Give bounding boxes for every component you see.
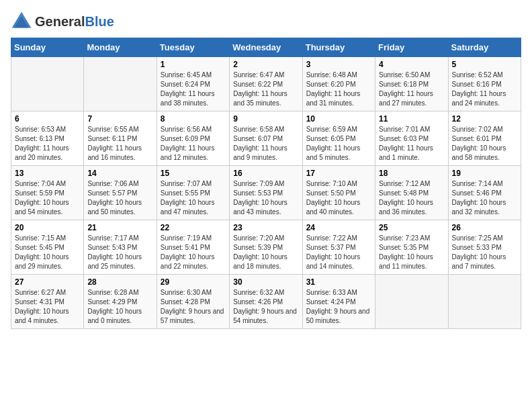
day-number: 4 (379, 60, 444, 69)
page-header: GeneralBlue (11, 11, 521, 32)
day-number: 10 (306, 114, 371, 124)
day-number: 6 (15, 114, 80, 124)
calendar-week-row: 27Sunrise: 6:27 AM Sunset: 4:31 PM Dayli… (11, 275, 521, 329)
calendar-cell: 27Sunrise: 6:27 AM Sunset: 4:31 PM Dayli… (11, 275, 84, 329)
calendar-cell: 15Sunrise: 7:07 AM Sunset: 5:55 PM Dayli… (157, 166, 229, 220)
calendar-cell: 10Sunrise: 6:59 AM Sunset: 6:05 PM Dayli… (302, 111, 375, 166)
calendar-cell: 4Sunrise: 6:50 AM Sunset: 6:18 PM Daylig… (375, 57, 448, 111)
day-number: 21 (87, 223, 152, 232)
day-info: Sunrise: 6:59 AM Sunset: 6:05 PM Dayligh… (306, 125, 371, 163)
day-number: 9 (233, 114, 298, 124)
calendar-cell (448, 275, 521, 329)
calendar-cell (84, 57, 157, 111)
calendar-table: SundayMondayTuesdayWednesdayThursdayFrid… (11, 38, 521, 329)
day-info: Sunrise: 7:25 AM Sunset: 5:33 PM Dayligh… (452, 234, 517, 271)
day-info: Sunrise: 7:17 AM Sunset: 5:43 PM Dayligh… (87, 234, 152, 271)
day-info: Sunrise: 7:12 AM Sunset: 5:48 PM Dayligh… (379, 179, 444, 217)
logo: GeneralBlue (11, 11, 114, 32)
day-number: 1 (161, 60, 226, 69)
day-info: Sunrise: 7:02 AM Sunset: 6:01 PM Dayligh… (452, 125, 517, 163)
day-number: 14 (87, 169, 152, 178)
day-info: Sunrise: 6:45 AM Sunset: 6:24 PM Dayligh… (161, 71, 226, 108)
day-info: Sunrise: 7:14 AM Sunset: 5:46 PM Dayligh… (452, 179, 517, 217)
day-info: Sunrise: 6:50 AM Sunset: 6:18 PM Dayligh… (379, 71, 444, 108)
day-number: 7 (87, 114, 152, 124)
day-number: 31 (306, 277, 371, 287)
day-info: Sunrise: 6:28 AM Sunset: 4:29 PM Dayligh… (87, 288, 152, 326)
day-number: 26 (452, 223, 517, 232)
day-number: 20 (15, 223, 80, 232)
day-info: Sunrise: 7:06 AM Sunset: 5:57 PM Dayligh… (87, 179, 152, 217)
day-info: Sunrise: 7:23 AM Sunset: 5:35 PM Dayligh… (379, 234, 444, 271)
day-number: 17 (306, 169, 371, 178)
calendar-week-row: 20Sunrise: 7:15 AM Sunset: 5:45 PM Dayli… (11, 220, 521, 275)
calendar-cell: 13Sunrise: 7:04 AM Sunset: 5:59 PM Dayli… (11, 166, 84, 220)
calendar-cell: 5Sunrise: 6:52 AM Sunset: 6:16 PM Daylig… (448, 57, 521, 111)
day-info: Sunrise: 6:47 AM Sunset: 6:22 PM Dayligh… (233, 71, 298, 108)
day-of-week-wednesday: Wednesday (230, 38, 302, 57)
calendar-cell: 8Sunrise: 6:56 AM Sunset: 6:09 PM Daylig… (157, 111, 229, 166)
day-number: 8 (161, 114, 226, 124)
calendar-week-row: 13Sunrise: 7:04 AM Sunset: 5:59 PM Dayli… (11, 166, 521, 220)
calendar-cell: 14Sunrise: 7:06 AM Sunset: 5:57 PM Dayli… (84, 166, 157, 220)
day-info: Sunrise: 7:22 AM Sunset: 5:37 PM Dayligh… (306, 234, 371, 271)
day-number: 16 (233, 169, 298, 178)
day-number: 25 (379, 223, 444, 232)
day-number: 2 (233, 60, 298, 69)
calendar-cell: 3Sunrise: 6:48 AM Sunset: 6:20 PM Daylig… (302, 57, 375, 111)
day-info: Sunrise: 6:48 AM Sunset: 6:20 PM Dayligh… (306, 71, 371, 108)
calendar-cell (375, 275, 448, 329)
calendar-week-row: 1Sunrise: 6:45 AM Sunset: 6:24 PM Daylig… (11, 57, 521, 111)
day-number: 30 (233, 277, 298, 287)
day-info: Sunrise: 6:32 AM Sunset: 4:26 PM Dayligh… (233, 288, 298, 326)
day-number: 13 (15, 169, 80, 178)
calendar-cell: 20Sunrise: 7:15 AM Sunset: 5:45 PM Dayli… (11, 220, 84, 275)
calendar-cell: 1Sunrise: 6:45 AM Sunset: 6:24 PM Daylig… (157, 57, 229, 111)
calendar-cell (11, 57, 84, 111)
day-of-week-monday: Monday (84, 38, 157, 57)
day-info: Sunrise: 7:07 AM Sunset: 5:55 PM Dayligh… (161, 179, 226, 217)
day-number: 24 (306, 223, 371, 232)
calendar-cell: 17Sunrise: 7:10 AM Sunset: 5:50 PM Dayli… (302, 166, 375, 220)
day-info: Sunrise: 7:04 AM Sunset: 5:59 PM Dayligh… (15, 179, 80, 217)
calendar-cell: 21Sunrise: 7:17 AM Sunset: 5:43 PM Dayli… (84, 220, 157, 275)
calendar-cell: 31Sunrise: 6:33 AM Sunset: 4:24 PM Dayli… (302, 275, 375, 329)
calendar-header-row: SundayMondayTuesdayWednesdayThursdayFrid… (11, 38, 521, 57)
day-info: Sunrise: 6:30 AM Sunset: 4:28 PM Dayligh… (161, 288, 226, 326)
day-number: 27 (15, 277, 80, 287)
day-info: Sunrise: 7:10 AM Sunset: 5:50 PM Dayligh… (306, 179, 371, 217)
day-info: Sunrise: 6:27 AM Sunset: 4:31 PM Dayligh… (15, 288, 80, 326)
logo-icon (11, 11, 32, 32)
day-number: 28 (87, 277, 152, 287)
day-of-week-thursday: Thursday (302, 38, 375, 57)
day-number: 3 (306, 60, 371, 69)
day-of-week-saturday: Saturday (448, 38, 521, 57)
day-info: Sunrise: 6:33 AM Sunset: 4:24 PM Dayligh… (306, 288, 371, 326)
day-info: Sunrise: 6:55 AM Sunset: 6:11 PM Dayligh… (87, 125, 152, 163)
calendar-cell: 30Sunrise: 6:32 AM Sunset: 4:26 PM Dayli… (230, 275, 302, 329)
calendar-cell: 6Sunrise: 6:53 AM Sunset: 6:13 PM Daylig… (11, 111, 84, 166)
day-info: Sunrise: 6:53 AM Sunset: 6:13 PM Dayligh… (15, 125, 80, 163)
day-of-week-tuesday: Tuesday (157, 38, 229, 57)
calendar-week-row: 6Sunrise: 6:53 AM Sunset: 6:13 PM Daylig… (11, 111, 521, 166)
day-info: Sunrise: 6:52 AM Sunset: 6:16 PM Dayligh… (452, 71, 517, 108)
day-number: 5 (452, 60, 517, 69)
calendar-cell: 7Sunrise: 6:55 AM Sunset: 6:11 PM Daylig… (84, 111, 157, 166)
day-number: 12 (452, 114, 517, 124)
day-number: 19 (452, 169, 517, 178)
day-info: Sunrise: 7:01 AM Sunset: 6:03 PM Dayligh… (379, 125, 444, 163)
calendar-cell: 16Sunrise: 7:09 AM Sunset: 5:53 PM Dayli… (230, 166, 302, 220)
calendar-cell: 24Sunrise: 7:22 AM Sunset: 5:37 PM Dayli… (302, 220, 375, 275)
calendar-cell: 22Sunrise: 7:19 AM Sunset: 5:41 PM Dayli… (157, 220, 229, 275)
day-number: 11 (379, 114, 444, 124)
day-info: Sunrise: 7:19 AM Sunset: 5:41 PM Dayligh… (161, 234, 226, 271)
day-of-week-sunday: Sunday (11, 38, 84, 57)
calendar-cell: 12Sunrise: 7:02 AM Sunset: 6:01 PM Dayli… (448, 111, 521, 166)
calendar-cell: 2Sunrise: 6:47 AM Sunset: 6:22 PM Daylig… (230, 57, 302, 111)
calendar-cell: 28Sunrise: 6:28 AM Sunset: 4:29 PM Dayli… (84, 275, 157, 329)
day-info: Sunrise: 7:09 AM Sunset: 5:53 PM Dayligh… (233, 179, 298, 217)
day-info: Sunrise: 7:15 AM Sunset: 5:45 PM Dayligh… (15, 234, 80, 271)
calendar-cell: 11Sunrise: 7:01 AM Sunset: 6:03 PM Dayli… (375, 111, 448, 166)
calendar-cell: 19Sunrise: 7:14 AM Sunset: 5:46 PM Dayli… (448, 166, 521, 220)
logo-text: GeneralBlue (35, 14, 114, 30)
